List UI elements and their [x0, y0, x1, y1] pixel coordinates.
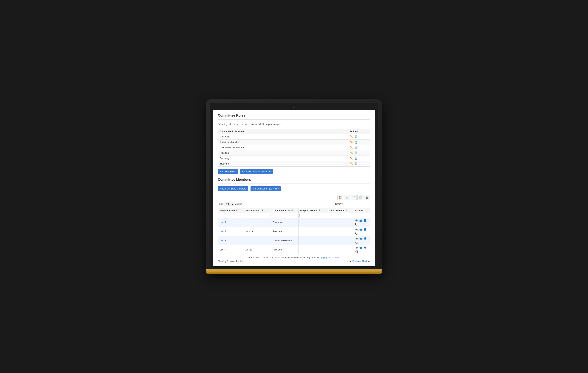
role-actions-cell: ✏️ 🗑️: [348, 156, 370, 161]
member-block-cell: [245, 218, 271, 227]
action-icons: ✏️ 🗑️: [350, 135, 368, 138]
manage-roles-button[interactable]: Manage Committee Roles: [251, 186, 281, 191]
edit-member-icon[interactable]: 👥: [359, 228, 363, 231]
sort-indicator: ⇅: [236, 209, 238, 212]
filter-row: [218, 213, 370, 218]
edit-role-icon[interactable]: ✏️: [350, 146, 353, 149]
message-member-icon[interactable]: 💬: [355, 232, 358, 235]
edit-member-icon[interactable]: 👥: [359, 237, 363, 240]
show-text: Show: [218, 203, 223, 205]
delete-role-icon[interactable]: 🗑️: [354, 151, 358, 155]
sort-indicator: ⇅: [318, 209, 320, 212]
members-col-header[interactable]: Committee Role ⇅: [271, 208, 299, 213]
user-link[interactable]: User 1: [220, 221, 226, 224]
view-member-icon[interactable]: 👁️: [355, 246, 358, 250]
members-col-header[interactable]: Responsible for ⇅: [299, 208, 326, 213]
role-actions-cell: ✏️ 🗑️: [348, 161, 370, 166]
roles-member-icon[interactable]: 👤: [363, 237, 367, 240]
view-member-icon[interactable]: 👁️: [355, 237, 358, 240]
members-col-header[interactable]: Block - Unit # ⇅: [245, 208, 271, 213]
message-member-icon[interactable]: 💬: [355, 241, 358, 244]
column-filter-input[interactable]: [272, 214, 298, 217]
roles-table-row: Committee Member ✏️ 🗑️: [218, 139, 370, 145]
view-member-icon[interactable]: 👁️: [355, 228, 358, 231]
roles-table-row: Chairman ✏️ 🗑️: [218, 134, 370, 139]
message-member-icon[interactable]: 💬: [355, 222, 358, 226]
export-pdf-button[interactable]: 📰: [357, 195, 363, 200]
user-link[interactable]: User 3: [220, 239, 226, 242]
action-icons: ✏️ 🗑️: [350, 146, 368, 149]
export-csv-button[interactable]: 📄: [351, 195, 357, 200]
edit-role-icon[interactable]: ✏️: [350, 162, 353, 165]
role-name-cell: Treasurer: [218, 161, 348, 166]
export-print-button[interactable]: 🖨️: [364, 195, 370, 200]
roles-buttons-row: Add New Roles Back to Committee Members: [218, 169, 370, 174]
filter-cell: [326, 213, 353, 218]
member-block-cell: M - 2A: [245, 227, 271, 236]
column-filter-input[interactable]: [327, 214, 352, 217]
edit-member-icon[interactable]: 👥: [359, 246, 363, 250]
laptop-bottom: [206, 272, 382, 274]
export-copy-button[interactable]: 📋: [337, 195, 343, 200]
roles-member-icon[interactable]: 👤: [363, 219, 367, 222]
column-filter-input[interactable]: [299, 214, 325, 217]
member-responsible-cell: [299, 245, 326, 254]
complaint-link[interactable]: logging a Complaint: [320, 256, 339, 259]
action-icons: ✏️ 🗑️: [350, 141, 368, 144]
search-label: Search:: [335, 203, 343, 205]
member-responsible-cell: [299, 218, 326, 227]
next-button[interactable]: Next: [362, 260, 367, 262]
user-name: User 4: [220, 248, 226, 251]
role-actions-cell: ✏️ 🗑️: [348, 145, 370, 150]
footer-info: Showing 1 to 4 of 4 entries ◄ Previous N…: [218, 260, 370, 262]
past-committee-button[interactable]: Past Committee Members: [218, 186, 248, 191]
member-actions-cell: 👁️ 👥 👤 💬: [353, 218, 370, 227]
export-excel-button[interactable]: 📊: [344, 195, 350, 200]
role-name-cell: President: [218, 150, 348, 156]
column-filter-input[interactable]: [219, 214, 244, 217]
member-action-icons: 👁️ 👥 👤 💬: [355, 237, 368, 244]
member-actions-cell: 👁️ 👥 👤 💬: [353, 236, 370, 245]
edit-role-icon[interactable]: ✏️: [350, 141, 353, 144]
back-to-committee-button[interactable]: Back to Committee Members: [240, 169, 273, 174]
entries-select[interactable]: 10 25 50 100: [225, 202, 234, 206]
search-input[interactable]: [344, 202, 370, 206]
member-actions-cell: 👁️ 👥 👤 💬: [353, 245, 370, 254]
edit-role-icon[interactable]: ✏️: [350, 157, 353, 160]
message-member-icon[interactable]: 💬: [355, 250, 358, 253]
pagination: ◄ Previous Next ►: [349, 260, 370, 262]
member-date-cell: [326, 236, 353, 245]
roles-table-row: Cultural & Child Welfare ✏️ 🗑️: [218, 145, 370, 150]
user-link[interactable]: User 2: [220, 230, 226, 233]
delete-role-icon[interactable]: 🗑️: [354, 141, 358, 144]
edit-role-icon[interactable]: ✏️: [350, 151, 353, 155]
previous-button[interactable]: Previous: [352, 260, 361, 262]
action-icons: ✏️ 🗑️: [350, 162, 368, 165]
member-block-cell: [245, 236, 271, 245]
member-responsible-cell: [299, 236, 326, 245]
members-col-header[interactable]: Date of Election ⇅: [326, 208, 353, 213]
delete-role-icon[interactable]: 🗑️: [354, 146, 358, 149]
member-date-cell: [326, 227, 353, 236]
members-table: Member Name ⇅Block - Unit # ⇅Committee R…: [218, 208, 370, 254]
delete-role-icon[interactable]: 🗑️: [354, 157, 358, 160]
members-col-header[interactable]: Member Name ⇅: [218, 208, 245, 213]
add-new-roles-button[interactable]: Add New Roles: [218, 169, 238, 174]
roles-member-icon[interactable]: 👤: [363, 228, 367, 231]
prev-icon: ◄: [349, 260, 351, 262]
edit-role-icon[interactable]: ✏️: [350, 135, 353, 138]
delete-role-icon[interactable]: 🗑️: [354, 135, 358, 138]
laptop-screen: Committee Roles Following is the list of…: [213, 110, 375, 266]
filter-cell: [353, 213, 370, 218]
delete-role-icon[interactable]: 🗑️: [354, 162, 358, 165]
edit-member-icon[interactable]: 👥: [359, 219, 363, 222]
view-member-icon[interactable]: 👁️: [355, 219, 358, 222]
sort-indicator: ⇅: [291, 209, 293, 212]
role-name-cell: Committee Member: [218, 139, 348, 145]
member-name-cell: User 4: [218, 245, 245, 254]
column-filter-input[interactable]: [246, 214, 271, 217]
sort-indicator: ⇅: [262, 209, 264, 212]
roles-member-icon[interactable]: 👤: [363, 246, 367, 250]
entries-text: entries: [235, 203, 242, 205]
action-icons: ✏️ 🗑️: [350, 151, 368, 155]
